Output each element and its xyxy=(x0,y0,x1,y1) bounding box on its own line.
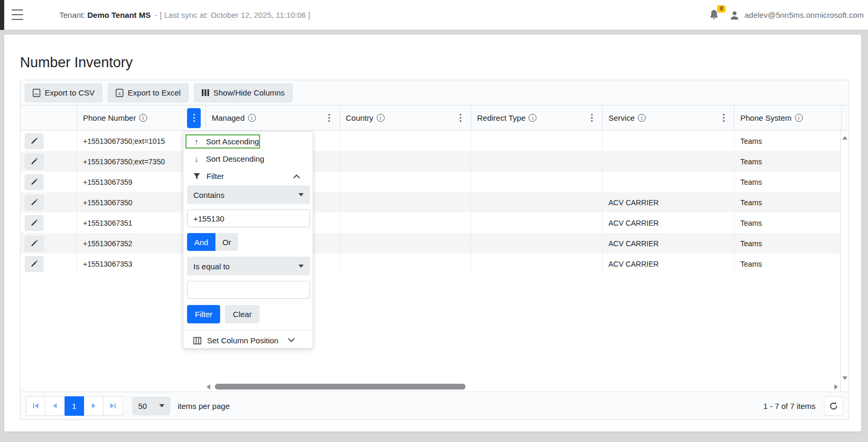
sort-descending-icon: ↓ xyxy=(193,154,200,163)
user-avatar-icon xyxy=(729,9,740,21)
export-excel-button[interactable]: x Export to Excel xyxy=(108,83,189,102)
pencil-icon xyxy=(30,219,38,227)
table-row: +15513067350;ext=1015 Teams xyxy=(20,131,841,151)
cell-redirect-type xyxy=(471,213,602,233)
cell-redirect-type xyxy=(471,172,602,192)
grid-toolbar: csv Export to CSV x Export to Excel xyxy=(20,80,849,106)
redirect-type-column-menu-button[interactable] xyxy=(588,110,595,126)
info-icon[interactable]: i xyxy=(638,114,646,122)
edit-row-button[interactable] xyxy=(25,236,44,251)
pencil-icon xyxy=(30,239,38,247)
menu-item-sort-ascending[interactable]: ↑ Sort Ascending xyxy=(183,133,313,149)
next-page-button[interactable] xyxy=(84,396,104,416)
tenant-name: Demo Tenant MS xyxy=(87,10,151,19)
set-column-position-icon xyxy=(193,337,201,344)
menu-item-set-column-position[interactable]: Set Column Position xyxy=(183,333,313,348)
csv-file-icon: csv xyxy=(33,89,40,97)
cell-phone-system: Teams xyxy=(734,192,841,213)
chevron-down-icon xyxy=(298,193,304,196)
info-icon[interactable]: i xyxy=(795,114,803,122)
sidebar-edge xyxy=(0,0,4,30)
pencil-icon xyxy=(30,178,38,186)
info-icon[interactable]: i xyxy=(139,114,147,122)
scroll-up-icon[interactable] xyxy=(842,136,848,140)
header-cell-phone-system: Phone System i xyxy=(734,106,841,130)
info-icon[interactable]: i xyxy=(248,114,256,122)
pencil-icon xyxy=(30,260,38,268)
or-button[interactable]: Or xyxy=(215,233,238,251)
menu-item-sort-descending[interactable]: ↓ Sort Descending xyxy=(183,151,313,166)
edit-row-button[interactable] xyxy=(25,256,44,272)
menu-separator xyxy=(183,330,313,331)
grid-header: Phone Number i Managed i Country i Redir… xyxy=(20,106,849,131)
cell-country xyxy=(339,213,471,233)
cell-redirect-type xyxy=(471,131,602,151)
header-cell-managed: Managed i xyxy=(205,106,339,130)
user-account[interactable]: adelev@5nn5ms.onmicrosoft.com xyxy=(729,9,864,21)
page-size-select[interactable]: 50 xyxy=(132,397,170,415)
cell-country xyxy=(339,192,471,213)
last-page-button[interactable] xyxy=(104,396,123,416)
horizontal-scrollbar[interactable] xyxy=(205,383,841,391)
cell-service xyxy=(602,151,734,172)
edit-row-button[interactable] xyxy=(25,195,44,211)
show-hide-columns-label: Show/Hide Columns xyxy=(213,88,285,97)
sort-ascending-icon: ↑ xyxy=(193,137,200,146)
phone-number-column-menu-button[interactable] xyxy=(187,108,201,128)
cell-country xyxy=(339,254,471,274)
horizontal-scrollbar-thumb[interactable] xyxy=(215,384,466,390)
edit-row-button[interactable] xyxy=(25,133,44,149)
cell-phone-system: Teams xyxy=(734,233,841,254)
edit-row-button[interactable] xyxy=(25,154,44,170)
table-row: +15513067350 ACV CARRIER Teams xyxy=(20,192,841,213)
info-icon[interactable]: i xyxy=(529,114,536,122)
first-page-button[interactable] xyxy=(26,396,45,416)
filter-value-1-input[interactable] xyxy=(187,209,310,227)
hamburger-menu-icon[interactable] xyxy=(12,9,23,20)
refresh-button[interactable] xyxy=(824,396,843,416)
column-title-country: Country xyxy=(346,113,374,122)
table-row: +15513067352 ACV CARRIER Teams xyxy=(20,233,841,254)
svg-text:csv: csv xyxy=(34,92,39,95)
cell-service: ACV CARRIER xyxy=(602,213,734,233)
show-hide-columns-button[interactable]: Show/Hide Columns xyxy=(194,83,293,102)
filter-operator-2-select[interactable]: Is equal to xyxy=(187,257,310,276)
operator-2-value: Is equal to xyxy=(193,262,230,271)
cell-country xyxy=(339,151,471,172)
export-csv-button[interactable]: csv Export to CSV xyxy=(25,83,102,102)
export-excel-label: Export to Excel xyxy=(128,88,181,97)
info-icon[interactable]: i xyxy=(377,114,385,122)
vertical-scrollbar[interactable] xyxy=(840,131,849,393)
scroll-down-icon[interactable] xyxy=(842,376,848,380)
cell-redirect-type xyxy=(471,151,602,172)
set-column-position-label: Set Column Position xyxy=(207,336,278,345)
notifications-button[interactable]: 0 xyxy=(708,8,721,22)
page-size-value: 50 xyxy=(138,402,147,411)
edit-row-button[interactable] xyxy=(25,174,44,190)
menu-item-filter[interactable]: Filter xyxy=(183,168,313,184)
table-row: +15513067350;ext=7350 Teams xyxy=(20,151,841,172)
cell-service xyxy=(602,131,734,151)
apply-filter-button[interactable]: Filter xyxy=(187,305,220,323)
country-column-menu-button[interactable] xyxy=(457,110,464,126)
edit-row-button[interactable] xyxy=(25,215,44,231)
table-row: +15513067351 ACV CARRIER Teams xyxy=(20,213,841,233)
notification-badge: 0 xyxy=(717,5,726,13)
cell-service xyxy=(602,172,734,192)
filter-operator-1-select[interactable]: Contains xyxy=(187,185,310,204)
and-button[interactable]: And xyxy=(187,233,215,251)
operator-1-value: Contains xyxy=(193,191,224,199)
cell-phone-system: Teams xyxy=(734,172,841,192)
page-1-button[interactable]: 1 xyxy=(65,396,84,416)
scroll-left-icon[interactable] xyxy=(206,384,210,390)
prev-page-button[interactable] xyxy=(45,396,65,416)
scroll-right-icon[interactable] xyxy=(834,384,838,390)
excel-file-icon: x xyxy=(116,89,123,97)
filter-value-2-input[interactable] xyxy=(187,281,310,299)
pencil-icon xyxy=(30,137,38,145)
items-per-page-label: items per page xyxy=(178,402,230,411)
sort-ascending-label: Sort Ascending xyxy=(206,137,259,146)
clear-filter-button[interactable]: Clear xyxy=(225,305,260,323)
service-column-menu-button[interactable] xyxy=(720,110,727,126)
managed-column-menu-button[interactable] xyxy=(325,110,333,126)
